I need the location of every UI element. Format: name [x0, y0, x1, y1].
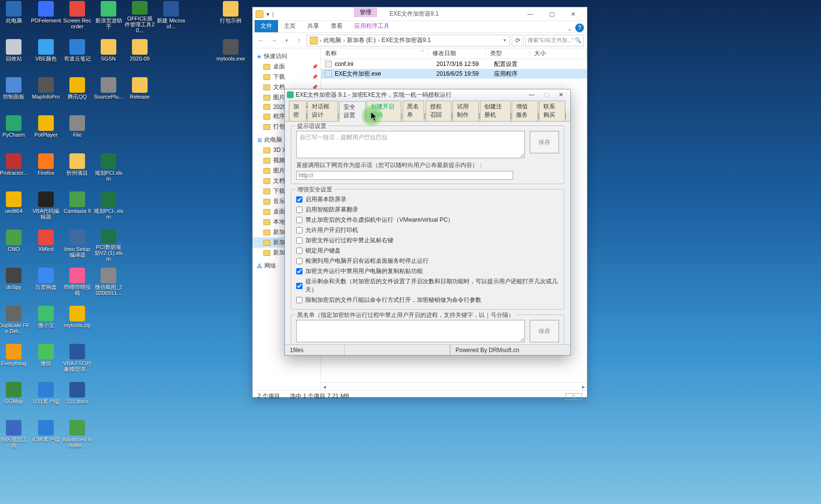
desktop-icon[interactable]: 新建 Microsof...	[156, 1, 186, 33]
desktop-icon[interactable]: GGMap	[0, 382, 29, 414]
dlg-maximize-button[interactable]: ▢	[539, 90, 554, 99]
minimize-button[interactable]: —	[519, 8, 541, 20]
dialog-titlebar[interactable]: EXE文件加密器 9.1 - 加密EXE文件，实现一机一码授权运行 — ▢ ✕	[285, 89, 570, 100]
dialog-tab[interactable]: 创建注册机	[480, 101, 511, 121]
blacklist-textarea[interactable]	[296, 320, 525, 342]
chevron-down-icon[interactable]: ▾	[503, 37, 506, 43]
desktop-icon[interactable]: PCI数据规划V2 (1).xlsm	[93, 230, 124, 262]
refresh-button[interactable]: ⟳	[512, 35, 523, 46]
dialog-tab[interactable]: 创建开启密码	[367, 101, 402, 121]
desktop-icon[interactable]: mytools.zip	[62, 306, 92, 338]
view-large-button[interactable]	[574, 393, 582, 400]
dialog-tab[interactable]: 加密	[289, 101, 306, 121]
desktop-icon[interactable]: VBA代码编辑器	[31, 191, 61, 224]
desktop-icon[interactable]: Everything	[0, 344, 29, 376]
checkbox-input[interactable]	[296, 248, 302, 254]
security-checkbox[interactable]: 加密文件运行过程中禁止鼠标右键	[296, 235, 559, 246]
close-button[interactable]: ✕	[562, 8, 584, 20]
desktop-icon[interactable]: MapInfoPro	[31, 77, 61, 109]
help-icon[interactable]: ?	[575, 23, 584, 32]
desktop-icon[interactable]: XMind	[31, 230, 61, 262]
desktop-icon[interactable]: U31客户端	[31, 382, 61, 414]
security-checkbox[interactable]: 启用基本防屏录	[296, 194, 559, 205]
desktop-icon[interactable]: SourcePlu...	[93, 77, 124, 109]
view-details-button[interactable]	[565, 393, 573, 400]
dialog-tab[interactable]: 增值服务	[512, 101, 538, 121]
search-box[interactable]: 搜索"EXE文件加..." 🔍	[525, 35, 584, 46]
desktop-icon[interactable]: 有道云笔记	[62, 39, 92, 71]
dialog-tab[interactable]: 联系购买	[539, 101, 565, 121]
quick-access-header[interactable]: ★快速访问	[253, 51, 321, 62]
checkbox-input[interactable]	[296, 196, 302, 203]
desktop-icon[interactable]: 2020-09	[125, 39, 155, 71]
crumb-0[interactable]: 此电脑	[324, 36, 341, 44]
dialog-tab[interactable]: 试用制作	[453, 101, 479, 121]
desktop-icon[interactable]: PotPlayer	[31, 115, 61, 147]
ribbon-home[interactable]: 主页	[278, 20, 302, 32]
checkbox-input[interactable]	[296, 217, 302, 223]
security-checkbox[interactable]: 禁止加密后的文件在虚拟机中运行（VMware/virtual PC）	[296, 215, 559, 225]
ribbon-apptools[interactable]: 应用程序工具	[348, 20, 395, 32]
desktop-icon[interactable]: PyCharm	[0, 115, 29, 147]
desktop-icon[interactable]: 协区规划工具	[0, 420, 29, 452]
desktop-icon[interactable]: 此电脑	[0, 1, 29, 33]
checkbox-input[interactable]	[296, 283, 302, 289]
desktop-icon[interactable]: OFFICE插件管理工具20...	[125, 1, 155, 33]
ribbon-share[interactable]: 共享	[302, 20, 325, 32]
dialog-tab[interactable]: 对话框设计	[307, 101, 338, 121]
prompt-url-input[interactable]	[296, 171, 513, 180]
desktop-icon[interactable]: mytools.exe	[216, 39, 246, 71]
crumb-1[interactable]: 新加卷 (E:)	[347, 36, 376, 44]
ribbon-view[interactable]: 查看	[325, 20, 348, 32]
checkbox-input[interactable]	[296, 258, 302, 264]
sidebar-item[interactable]: 下载📌	[253, 72, 321, 82]
desktop-icon[interactable]: Firefox	[31, 153, 61, 186]
security-checkbox[interactable]: 锁定用户键盘	[296, 246, 559, 256]
checkbox-input[interactable]	[296, 297, 302, 303]
dlg-close-button[interactable]: ✕	[554, 90, 568, 99]
column-headers[interactable]: 名称⌃ 修改日期 类型 大小	[321, 48, 587, 59]
desktop-icon[interactable]: Duplicate File Det...	[0, 306, 29, 338]
blacklist-save-button[interactable]: 保存	[530, 320, 559, 342]
desktop-icon[interactable]: 微小宝	[31, 306, 61, 338]
explorer-titlebar[interactable]: ▾ | 管理 EXE文件加密器9.1 — ▢ ✕	[253, 7, 587, 21]
desktop-icon[interactable]: ICM 客户端	[31, 420, 61, 452]
nav-forward[interactable]: →	[268, 35, 279, 46]
desktop-icon[interactable]: 规划PCI-.xlsm	[93, 191, 124, 224]
ribbon-file[interactable]: 文件	[255, 20, 278, 32]
checkbox-input[interactable]	[296, 268, 302, 274]
dialog-tab[interactable]: 授权召回	[426, 101, 452, 121]
table-row[interactable]: conf.ini2017/3/16 12:59配置设置	[321, 59, 587, 69]
desktop-icon[interactable]: CNO	[0, 230, 29, 262]
desktop-icon[interactable]: 哔哩哔哩投稿	[62, 268, 92, 300]
checkbox-input[interactable]	[296, 227, 302, 233]
prompt-textarea[interactable]	[296, 131, 525, 158]
desktop-icon[interactable]: PDFelement	[31, 1, 61, 33]
desktop-icon[interactable]: 微信	[31, 344, 61, 376]
desktop-icon[interactable]: 微信截图_20200911...	[93, 268, 124, 300]
prompt-save-button[interactable]: 保存	[530, 131, 559, 153]
desktop-icon[interactable]: 腾讯QQ	[62, 77, 92, 109]
dlg-minimize-button[interactable]: —	[524, 90, 539, 99]
checkbox-input[interactable]	[296, 207, 302, 213]
desktop-icon[interactable]: 控制面板	[0, 77, 29, 109]
desktop-icon[interactable]: Screen Recorder	[62, 1, 92, 33]
desktop-icon[interactable]: 忻州项目	[62, 153, 92, 186]
maximize-button[interactable]: ▢	[541, 8, 562, 20]
desktop-icon[interactable]: Protractor...	[0, 153, 29, 186]
desktop-icon[interactable]: VBA FSO对象模型详...	[62, 344, 92, 376]
desktop-icon[interactable]: File	[62, 115, 92, 147]
security-checkbox[interactable]: 检测到用户电脑开启有远程桌面服务时停止运行	[296, 256, 559, 266]
security-checkbox[interactable]: 限制加密后的文件只能以命令行方式打开，加密秘钥做为命令行参数	[296, 295, 559, 305]
desktop-icon[interactable]: Camtasia 9	[62, 191, 92, 224]
nav-recent[interactable]: ▾	[281, 35, 292, 46]
desktop-icon[interactable]: dnSpy	[0, 268, 29, 300]
manage-tab[interactable]: 管理	[354, 7, 377, 17]
desktop-icon[interactable]: 111.docx	[62, 382, 92, 414]
desktop-icon[interactable]: 规划PCI.xlsm	[93, 153, 124, 186]
desktop-icon[interactable]: Release	[125, 77, 155, 109]
security-checkbox[interactable]: 加密文件运行中禁用用户电脑的复制粘贴功能	[296, 266, 559, 276]
checkbox-input[interactable]	[296, 237, 302, 244]
sidebar-item[interactable]: 桌面📌	[253, 62, 321, 72]
crumb-2[interactable]: EXE文件加密器9.1	[382, 36, 431, 44]
